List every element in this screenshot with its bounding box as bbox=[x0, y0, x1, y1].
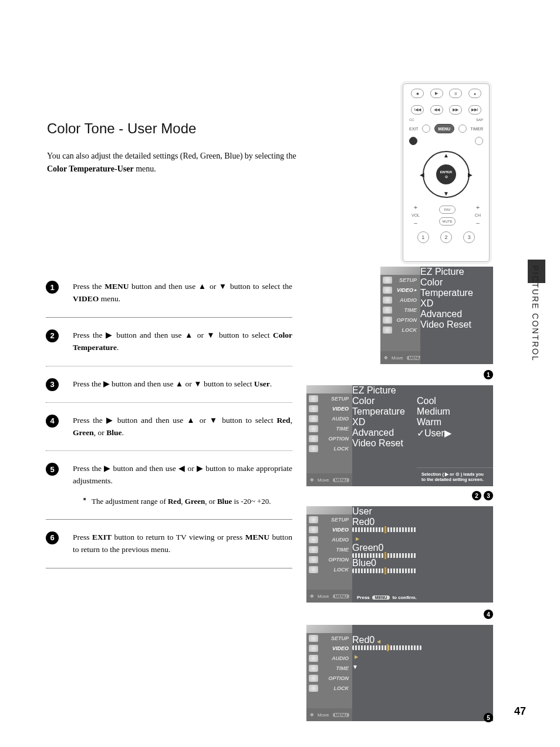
step-6: 6 Press EXIT button to return to TV view… bbox=[46, 526, 292, 562]
step-2: 2 Press the ▶ button and then use ▲ or ▼… bbox=[46, 324, 292, 360]
remote-ff-button: ▶▶ bbox=[449, 105, 462, 115]
divider bbox=[46, 450, 292, 451]
remote-exit-label: EXIT bbox=[409, 127, 419, 131]
dpad-left-icon: ◀ bbox=[420, 171, 424, 178]
remote-cc-label: CC bbox=[409, 118, 414, 122]
remote-enter-button: ENTER⊙ bbox=[436, 164, 456, 184]
step-2-badge: 2 bbox=[46, 329, 59, 342]
remote-cc-button bbox=[422, 124, 430, 133]
remote-num-2: 2 bbox=[440, 231, 452, 243]
remote-timer-button bbox=[475, 137, 483, 145]
step-3: 3 Press the ▶ button and then use ▲ or ▼… bbox=[46, 372, 292, 396]
osd-panel-3: SETUP VIDEO AUDIO TIME OPTION LOCK ✥Move… bbox=[306, 506, 493, 603]
remote-fav-button: FAV bbox=[439, 206, 456, 214]
step-5-badge: 5 bbox=[46, 463, 59, 476]
dpad-down-icon: ▼ bbox=[443, 190, 449, 197]
remote-num-1: 1 bbox=[417, 231, 429, 243]
step-list: 1 Press the MENU button and then use ▲ o… bbox=[46, 275, 292, 574]
divider bbox=[46, 366, 292, 366]
divider bbox=[46, 568, 292, 568]
step-4: 4 Press the ▶ button and then use ▲ or ▼… bbox=[46, 409, 292, 445]
step-3-badge: 3 bbox=[46, 378, 59, 391]
remote-play-button: ▶ bbox=[430, 89, 443, 98]
marker-4: 4 bbox=[484, 610, 493, 619]
section-tab: PICTURE CONTROL bbox=[531, 265, 540, 362]
remote-next-button: ▶▶I bbox=[468, 105, 481, 115]
step-4-badge: 4 bbox=[46, 415, 59, 428]
step-5: 5 Press the ▶ button and then use ◀ or ▶… bbox=[46, 457, 292, 513]
remote-illustration: ■ ▶ II ● I◀◀ ◀◀ ▶▶ ▶▶I CC SAP EXIT MENU … bbox=[403, 83, 490, 262]
remote-sap-button bbox=[458, 124, 467, 133]
intro-text: You can also adjust the detailed setting… bbox=[47, 150, 299, 176]
divider bbox=[46, 519, 292, 520]
dpad-right-icon: ▶ bbox=[468, 171, 473, 178]
remote-record-button: ● bbox=[468, 89, 481, 98]
step-6-badge: 6 bbox=[46, 531, 59, 544]
step-1-badge: 1 bbox=[46, 281, 59, 294]
divider bbox=[46, 402, 292, 403]
dpad-up-icon: ▲ bbox=[443, 152, 449, 159]
remote-stop-button: ■ bbox=[411, 89, 424, 98]
page-title: Color Tone - User Mode bbox=[47, 120, 299, 137]
marker-1: 1 bbox=[484, 370, 493, 379]
remote-ch: +CH− bbox=[475, 204, 481, 227]
page-heading-block: Color Tone - User Mode You can also adju… bbox=[47, 120, 299, 176]
marker-3: 3 bbox=[484, 491, 493, 500]
marker-2: 2 bbox=[472, 491, 481, 500]
osd-panel-2: SETUP VIDEO AUDIO TIME OPTION LOCK ✥Move… bbox=[306, 385, 493, 486]
marker-5: 5 bbox=[484, 713, 493, 722]
remote-vol: +VOL− bbox=[411, 204, 420, 227]
remote-prev-button: I◀◀ bbox=[411, 105, 424, 115]
remote-rew-button: ◀◀ bbox=[430, 105, 443, 115]
divider bbox=[46, 317, 292, 318]
remote-sap-label: SAP bbox=[476, 118, 483, 122]
remote-timer-label: TIMER bbox=[470, 127, 483, 131]
page-number: 47 bbox=[514, 705, 526, 718]
remote-num-3: 3 bbox=[463, 231, 475, 243]
osd-panel-1: SETUP VIDEO▸ AUDIO TIME OPTION LOCK ✥Mov… bbox=[380, 267, 493, 364]
remote-pause-button: II bbox=[449, 89, 462, 98]
osd-hint-text: Selection ( ▶ or ⊙ ) leads you to the de… bbox=[417, 467, 493, 487]
step-5-note: The adjustment range of Red, Green, or B… bbox=[83, 496, 292, 507]
osd-panel-4: SETUP VIDEO AUDIO TIME OPTION LOCK ✥Move… bbox=[306, 625, 493, 721]
remote-mute-button: MUTE bbox=[439, 217, 456, 226]
remote-menu-button: MENU bbox=[434, 124, 454, 133]
step-1: 1 Press the MENU button and then use ▲ o… bbox=[46, 275, 292, 311]
remote-dpad: ENTER⊙ ▲ ▼ ◀ ▶ bbox=[403, 147, 489, 201]
remote-exit-button bbox=[409, 137, 417, 145]
